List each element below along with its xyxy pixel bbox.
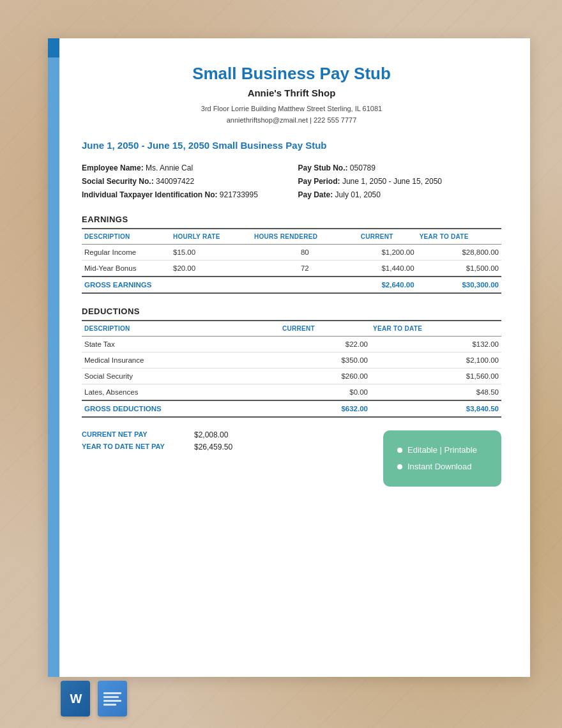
deductions-row-1: State Tax $22.00 $132.00 (82, 337, 501, 353)
earnings-row-1: Regular Income $15.00 80 $1,200.00 $28,8… (82, 245, 501, 261)
document-container: Small Business Pay Stub Annie's Thrift S… (48, 38, 530, 677)
ded-col-ytd: YEAR TO DATE (370, 321, 501, 337)
doc-line-2 (103, 696, 119, 698)
company-name: Annie's Thrift Shop (82, 87, 501, 98)
net-pay-values: CURRENT NET PAY $2,008.00 YEAR TO DATE N… (82, 430, 232, 455)
earnings-row-2: Mid-Year Bonus $20.00 72 $1,440.00 $1,50… (82, 261, 501, 277)
itin-row: Individual Taxpayer Identification No: 9… (82, 190, 285, 199)
ytd-net-pay-row: YEAR TO DATE NET PAY $26,459.50 (82, 443, 232, 451)
current-net-pay-row: CURRENT NET PAY $2,008.00 (82, 430, 232, 439)
employee-name-row: Employee Name: Ms. Annie Cal (82, 163, 285, 172)
deductions-row-3: Social Security $260.00 $1,560.00 (82, 368, 501, 384)
earnings-col-current: CURRENT (358, 229, 417, 245)
deductions-row-4: Lates, Absences $0.00 $48.50 (82, 384, 501, 401)
doc-line-4 (103, 704, 116, 706)
word-icon[interactable]: W (61, 681, 90, 717)
bullet-icon-1 (397, 448, 402, 453)
earnings-col-rate: HOURLY RATE (171, 229, 252, 245)
deductions-table: DESCRIPTION CURRENT YEAR TO DATE State T… (82, 320, 501, 418)
doc-line-3 (103, 700, 121, 702)
features-badge: Editable | Printable Instant Download (383, 430, 501, 487)
employee-info: Employee Name: Ms. Annie Cal Pay Stub No… (82, 163, 501, 199)
pay-period-row: Pay Period: June 1, 2050 - June 15, 2050 (298, 177, 502, 186)
feature-item-1: Editable | Printable (397, 442, 487, 459)
docs-icon[interactable] (98, 681, 127, 717)
doc-line-1 (103, 692, 121, 694)
ssn-row: Social Security No.: 340097422 (82, 177, 285, 186)
earnings-table: DESCRIPTION HOURLY RATE HOURS RENDERED C… (82, 228, 501, 294)
deductions-row-2: Medical Insurance $350.00 $2,100.00 (82, 353, 501, 368)
earnings-footer: GROSS EARNINGS $2,640.00 $30,300.00 (82, 277, 501, 293)
left-accent-bar (48, 38, 59, 677)
ded-col-current: CURRENT (280, 321, 370, 337)
earnings-col-ytd: YEAR TO DATE (417, 229, 501, 245)
ded-col-description: DESCRIPTION (82, 321, 280, 337)
stub-no-row: Pay Stub No.: 050789 (298, 163, 502, 172)
docs-lines-icon (103, 690, 121, 708)
net-pay-section: CURRENT NET PAY $2,008.00 YEAR TO DATE N… (82, 430, 501, 487)
deductions-footer: GROSS DEDUCTIONS $632.00 $3,840.50 (82, 400, 501, 417)
bottom-icons-row: W (61, 681, 127, 717)
earnings-section-title: EARNINGS (82, 215, 501, 224)
earnings-col-hours: HOURS RENDERED (252, 229, 358, 245)
period-heading: June 1, 2050 - June 15, 2050 Small Busin… (82, 140, 501, 153)
deductions-section-title: DEDUCTIONS (82, 307, 501, 316)
pay-date-row: Pay Date: July 01, 2050 (298, 190, 502, 199)
earnings-col-description: DESCRIPTION (82, 229, 171, 245)
feature-item-2: Instant Download (397, 459, 487, 475)
document-title: Small Business Pay Stub (82, 64, 501, 84)
bullet-icon-2 (397, 464, 402, 469)
document-body: Small Business Pay Stub Annie's Thrift S… (59, 38, 530, 677)
company-address: 3rd Floor Lorrie Building Matthew Street… (82, 103, 501, 126)
